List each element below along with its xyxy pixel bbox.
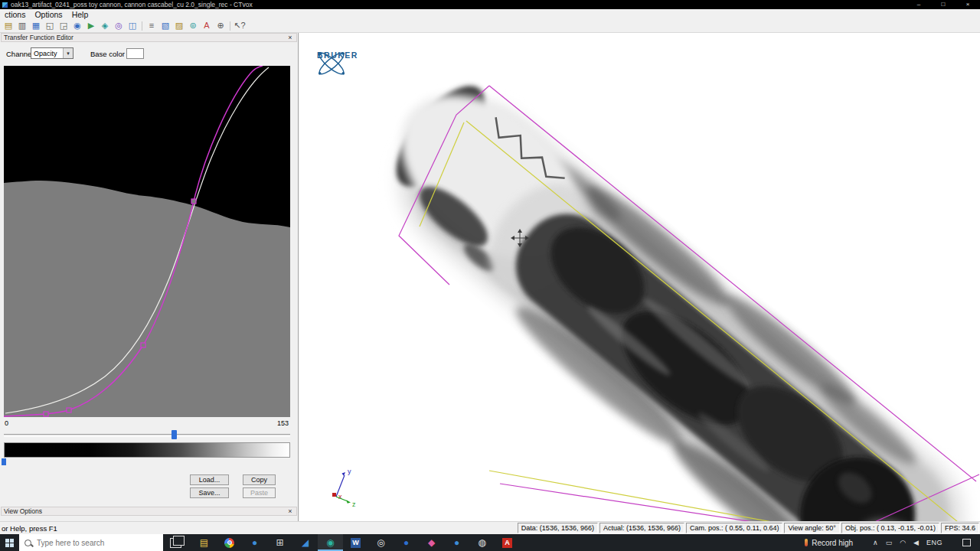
taskbar-search[interactable] — [19, 534, 163, 551]
taskbar-icon-chrome[interactable] — [217, 534, 242, 551]
status-bar: or Help, press F1 Data: (1536, 1536, 966… — [0, 521, 980, 534]
load-button[interactable]: Load... — [190, 474, 229, 485]
store-icon: ⊞ — [276, 537, 283, 548]
photos-icon: ◆ — [428, 537, 435, 548]
axis-y-label: y — [348, 468, 351, 475]
measurement-icon[interactable]: ⊕ — [214, 20, 227, 31]
gradient-range-marker[interactable] — [2, 458, 6, 465]
search-icon — [24, 540, 31, 546]
snapshot-icon[interactable]: ◎ — [112, 20, 126, 31]
language-indicator[interactable]: ENG — [926, 539, 942, 546]
maximize-button[interactable]: □ — [931, 0, 956, 9]
taskbar-apps: ▤ ● ⊞ ◢ ◉ W ◎ ● ◆ ● ◍ A — [191, 534, 520, 551]
menu-bar: ctions Options Help — [0, 9, 980, 19]
context-help-icon[interactable]: ↖? — [233, 20, 247, 31]
edge-icon: ● — [252, 537, 257, 548]
flight-play-icon[interactable]: ▶ — [84, 20, 98, 31]
transfer-function-canvas[interactable] — [4, 66, 290, 417]
menu-help[interactable]: Help — [67, 10, 93, 19]
status-obj-pos: Obj. pos.: ( 0.13, -0.15, -0.01) — [841, 523, 939, 533]
axis-triad: y x z — [332, 468, 356, 508]
open-dataset-icon[interactable]: ▤ — [2, 20, 15, 31]
tfe-panel-header: Transfer Function Editor × — [1, 33, 297, 42]
view-options-close-icon[interactable]: × — [286, 507, 294, 515]
taskbar-icon-photos[interactable]: ◆ — [419, 534, 444, 551]
file-explorer-icon: ▤ — [200, 537, 208, 548]
intensity-slider-track[interactable] — [4, 434, 290, 437]
taskbar-icon-edge[interactable]: ● — [242, 534, 267, 551]
tfe-controls: Channel : Opacity ▾ Base color : — [0, 47, 299, 60]
task-view-button[interactable] — [170, 538, 181, 548]
taskbar-icon-acrobat[interactable]: A — [495, 534, 520, 551]
tfe-panel-title: Transfer Function Editor — [4, 34, 74, 41]
paste-view-icon[interactable]: ◲ — [57, 20, 70, 31]
network-icon[interactable]: ◠ — [900, 539, 906, 546]
save-session-icon[interactable]: ▦ — [29, 20, 43, 31]
ctvox-icon: ◉ — [326, 537, 334, 548]
volume-icon[interactable]: ◀ — [913, 539, 919, 546]
taskbar-icon-ctvox[interactable]: ◉ — [318, 534, 343, 551]
weather-widget-label: Record high — [812, 539, 853, 547]
annotation-icon[interactable]: A — [200, 20, 214, 31]
screen: oak13_artifact_0241_poss toy cannon, can… — [0, 0, 980, 551]
control-point[interactable] — [67, 408, 71, 412]
view-options-header[interactable]: View Options × — [1, 507, 297, 516]
menu-actions[interactable]: ctions — [0, 10, 30, 19]
copy-view-icon[interactable]: ◱ — [43, 20, 57, 31]
taskbar-icon-blue-app[interactable]: ● — [394, 534, 419, 551]
ring-app-icon: ◎ — [377, 537, 384, 548]
taskbar-icon-gray-app[interactable]: ◍ — [469, 534, 495, 551]
recent-dataset-icon[interactable]: ▥ — [15, 20, 29, 31]
taskbar-icon-vscode[interactable]: ◢ — [292, 534, 318, 551]
movie-maker-icon[interactable]: ◫ — [126, 20, 139, 31]
taskbar-icon-store[interactable]: ⊞ — [267, 534, 292, 551]
search-input[interactable] — [35, 538, 153, 548]
orientation-sphere-icon[interactable]: ⊚ — [186, 20, 200, 31]
tfe-close-icon[interactable]: × — [286, 34, 294, 41]
dataset-list-icon[interactable]: ≡ — [145, 20, 158, 31]
chrome-icon — [224, 538, 234, 548]
histogram-icon[interactable]: ▨ — [172, 20, 186, 31]
action-center-icon[interactable] — [962, 539, 971, 546]
chevron-down-icon: ▾ — [63, 48, 73, 58]
save-button[interactable]: Save... — [190, 487, 229, 498]
channel-value: Opacity — [31, 50, 63, 57]
taskbar-icon-file-explorer[interactable]: ▤ — [191, 534, 217, 551]
toolbar: ▤ ▥ ▦ ◱ ◲ ◉ ▶ ◈ ◎ ◫ ≡ ▧ ▨ ⊚ A ⊕ ↖? — [0, 19, 980, 33]
control-point[interactable] — [44, 412, 48, 416]
range-min-label: 0 — [5, 419, 8, 427]
dot-app-icon: ● — [454, 537, 459, 548]
copy-button[interactable]: Copy — [243, 474, 276, 485]
blue-app-icon: ● — [403, 537, 409, 548]
grayscale-gradient-bar — [4, 442, 290, 458]
status-actual: Actual: (1536, 1536, 966) — [599, 523, 684, 533]
volume-viewport[interactable]: BRUKER y x z — [299, 33, 980, 521]
taskbar-icon-word[interactable]: W — [343, 534, 368, 551]
volume-tool-icon[interactable]: ◈ — [98, 20, 112, 31]
range-max-label: 153 — [277, 419, 289, 427]
display-icon[interactable]: ▭ — [886, 539, 893, 546]
start-button[interactable] — [0, 534, 19, 551]
transfer-function-icon[interactable]: ▧ — [158, 20, 172, 31]
windows-logo-icon — [5, 539, 14, 547]
status-help-text: or Help, press F1 — [2, 524, 57, 533]
menu-options[interactable]: Options — [30, 10, 67, 19]
minimize-button[interactable]: – — [906, 0, 931, 9]
tray-chevron-icon[interactable]: ∧ — [873, 539, 878, 546]
render-mode-icon[interactable]: ◉ — [70, 20, 84, 31]
weather-widget[interactable]: Record high — [805, 539, 853, 547]
toolbar-separator — [230, 21, 230, 31]
toolbar-separator — [142, 21, 142, 31]
taskbar-icon-ring-app[interactable]: ◎ — [368, 534, 394, 551]
intensity-slider-thumb[interactable] — [172, 430, 177, 439]
base-color-swatch[interactable] — [126, 48, 144, 59]
control-point[interactable] — [191, 199, 196, 204]
volume-rendering[interactable] — [345, 57, 980, 521]
channel-dropdown[interactable]: Opacity ▾ — [31, 47, 74, 59]
gray-app-icon: ◍ — [478, 537, 485, 548]
word-icon: W — [351, 538, 361, 548]
close-button[interactable]: × — [956, 0, 980, 9]
control-point[interactable] — [141, 343, 145, 347]
weather-widget-icon — [805, 539, 808, 546]
taskbar-icon-dot-app[interactable]: ● — [444, 534, 469, 551]
